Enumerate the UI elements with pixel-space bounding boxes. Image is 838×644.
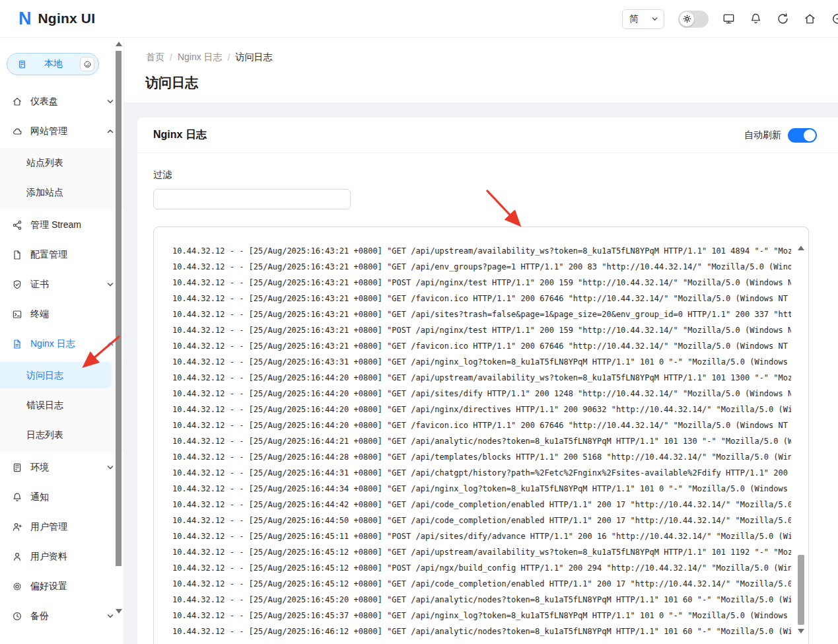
log-lines: 10.44.32.12 - - [25/Aug/2025:16:43:21 +0… [172, 243, 791, 639]
logout-button[interactable] [831, 13, 838, 26]
desktop-button[interactable] [722, 13, 736, 26]
app-logo[interactable]: N Nginx UI [0, 10, 95, 28]
sidebar-item-config-management[interactable]: 配置管理 [0, 242, 123, 268]
bell-icon [12, 492, 22, 503]
history-clock-icon [12, 611, 22, 622]
chevron-up-icon [106, 127, 114, 135]
sidebar-item-stream-management[interactable]: 管理 Stream [0, 212, 123, 238]
sidebar-item-backup[interactable]: 备份 [0, 603, 123, 629]
chevron-up-icon [106, 340, 114, 348]
user-add-icon [12, 522, 22, 532]
home-button[interactable] [804, 13, 817, 26]
terminal-icon [12, 309, 22, 320]
content-area: Nginx 日志 自动刷新 过滤 10.44.32.12 - - [25/Aug… [124, 102, 838, 644]
chevron-down-icon [106, 98, 114, 106]
sun-icon [683, 15, 691, 23]
scrollbar-thumb[interactable] [116, 51, 122, 566]
filter-input[interactable] [153, 189, 351, 209]
sidebar-item-site-management[interactable]: 网站管理 [0, 118, 123, 145]
refresh-button[interactable] [777, 13, 790, 26]
log-line: 10.44.32.12 - - [25/Aug/2025:16:45:37 +0… [172, 608, 791, 624]
auto-refresh-label: 自动刷新 [744, 129, 781, 141]
file-text-icon [12, 339, 22, 349]
card-body: 过滤 10.44.32.12 - - [25/Aug/2025:16:43:21… [137, 153, 838, 644]
sidebar-item-user-profile[interactable]: 用户资料 [0, 544, 123, 570]
log-line: 10.44.32.12 - - [25/Aug/2025:16:44:20 +0… [172, 386, 791, 402]
log-line: 10.44.32.12 - - [25/Aug/2025:16:43:21 +0… [172, 275, 791, 291]
log-line: 10.44.32.12 - - [25/Aug/2025:16:44:20 +0… [172, 402, 791, 417]
log-line: 10.44.32.12 - - [25/Aug/2025:16:44:28 +0… [172, 449, 791, 465]
theme-toggle[interactable] [678, 11, 709, 28]
filter-label: 过滤 [153, 169, 809, 181]
reload-icon [777, 13, 789, 25]
log-line: 10.44.32.12 - - [25/Aug/2025:16:43:21 +0… [172, 291, 791, 306]
log-viewer[interactable]: 10.44.32.12 - - [25/Aug/2025:16:43:21 +0… [153, 227, 809, 644]
breadcrumb: 首页 / Nginx 日志 / 访问日志 [124, 38, 838, 63]
site-management-submenu: 站点列表 添加站点 [0, 148, 123, 209]
sidebar-item-dashboard[interactable]: 仪表盘 [0, 89, 123, 115]
language-select[interactable]: 简 [622, 9, 664, 29]
log-line: 10.44.32.12 - - [25/Aug/2025:16:44:42 +0… [172, 497, 791, 513]
breadcrumb-separator: / [228, 52, 230, 63]
sidebar-item-access-log[interactable]: 访问日志 [0, 362, 112, 388]
desktop-icon [722, 13, 735, 25]
home-icon [12, 96, 22, 107]
sidebar-item-preferences[interactable]: 偏好设置 [0, 573, 123, 600]
scroll-up-icon[interactable] [116, 42, 122, 46]
user-icon [12, 552, 22, 562]
log-line: 10.44.32.12 - - [25/Aug/2025:16:44:34 +0… [172, 481, 791, 497]
server-list-icon [12, 462, 22, 473]
breadcrumb-current: 访问日志 [235, 52, 272, 63]
sidebar-item-nginx-log[interactable]: Nginx 日志 [0, 331, 123, 357]
log-scrollbar[interactable] [796, 227, 806, 644]
breadcrumb-home[interactable]: 首页 [146, 52, 164, 63]
sidebar-item-add-site[interactable]: 添加站点 [0, 179, 112, 205]
sidebar-menu: 仪表盘 网站管理 站点列表 添加站点 管理 Stream 配置管理 [0, 89, 123, 629]
notification-button[interactable] [750, 13, 763, 26]
chevron-down-icon [106, 464, 114, 472]
gauge-button[interactable] [80, 57, 94, 71]
breadcrumb-nginx-log[interactable]: Nginx 日志 [178, 52, 223, 63]
certificate-icon [12, 279, 22, 290]
scroll-down-icon[interactable] [116, 609, 122, 614]
log-line: 10.44.32.12 - - [25/Aug/2025:16:44:21 +0… [172, 433, 791, 449]
cloud-icon [12, 126, 22, 137]
log-line: 10.44.32.12 - - [25/Aug/2025:16:43:21 +0… [172, 259, 791, 275]
main-content: 首页 / Nginx 日志 / 访问日志 访问日志 Nginx 日志 自动刷新 … [124, 38, 838, 644]
sidebar-item-log-list[interactable]: 日志列表 [0, 421, 112, 448]
log-line: 10.44.32.12 - - [25/Aug/2025:16:45:12 +0… [172, 544, 791, 560]
nginx-logo-icon: N [18, 10, 32, 28]
sidebar-item-site-list[interactable]: 站点列表 [0, 149, 112, 176]
log-line: 10.44.32.12 - - [25/Aug/2025:16:45:12 +0… [172, 576, 791, 592]
sidebar-item-certificates[interactable]: 证书 [0, 271, 123, 298]
environment-pill[interactable]: 本地 [7, 53, 99, 75]
scrollbar-thumb[interactable] [798, 555, 804, 625]
log-line: 10.44.32.12 - - [25/Aug/2025:16:46:12 +0… [172, 624, 791, 639]
scroll-up-icon[interactable] [798, 246, 804, 250]
scroll-down-icon[interactable] [798, 629, 804, 633]
log-line: 10.44.32.12 - - [25/Aug/2025:16:44:20 +0… [172, 370, 791, 386]
log-line: 10.44.32.12 - - [25/Aug/2025:16:43:31 +0… [172, 354, 791, 370]
home-icon [804, 13, 816, 25]
sidebar-item-environments[interactable]: 环境 [0, 454, 123, 481]
auto-refresh-toggle[interactable] [788, 128, 817, 143]
nginx-ui-app: N Nginx UI 简 [0, 0, 838, 644]
log-line: 10.44.32.12 - - [25/Aug/2025:16:44:31 +0… [172, 465, 791, 481]
log-line: 10.44.32.12 - - [25/Aug/2025:16:45:12 +0… [172, 560, 791, 576]
header-controls: 简 [622, 0, 838, 38]
sidebar-scrollbar[interactable] [115, 38, 122, 644]
sidebar-item-user-management[interactable]: 用户管理 [0, 514, 123, 540]
sidebar-item-error-log[interactable]: 错误日志 [0, 392, 112, 418]
chevron-down-icon [106, 612, 114, 620]
language-value: 简 [629, 13, 639, 25]
app-title: Nginx UI [38, 11, 96, 26]
log-line: 10.44.32.12 - - [25/Aug/2025:16:43:21 +0… [172, 243, 791, 259]
sidebar-item-notifications[interactable]: 通知 [0, 484, 123, 511]
file-icon [12, 250, 22, 260]
log-line: 10.44.32.12 - - [25/Aug/2025:16:45:20 +0… [172, 592, 791, 608]
card-title: Nginx 日志 [153, 128, 207, 142]
server-list-icon [17, 59, 27, 69]
gear-icon [12, 581, 22, 592]
sidebar-item-terminal[interactable]: 终端 [0, 301, 123, 328]
page-title: 访问日志 [124, 63, 838, 92]
